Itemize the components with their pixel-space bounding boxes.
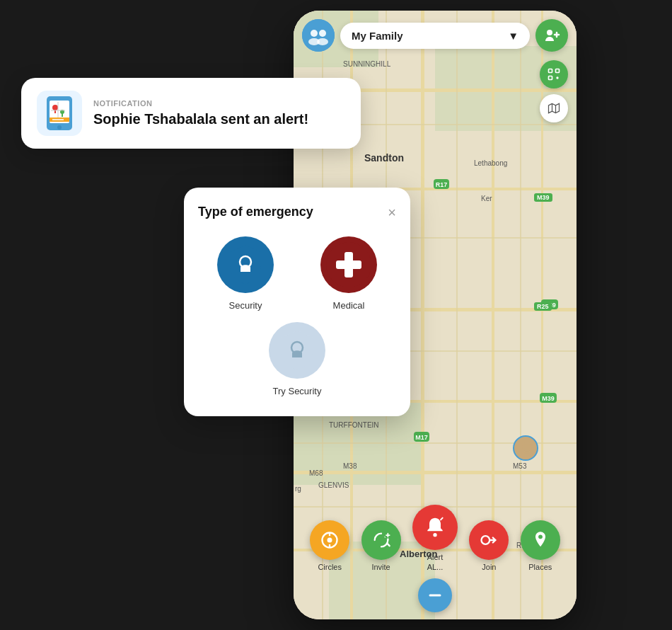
action-buttons-row: Circles Invite bbox=[301, 505, 569, 571]
invite-label: Invite bbox=[371, 563, 390, 571]
svg-rect-48 bbox=[549, 76, 552, 80]
action-alert[interactable]: Alert AL... bbox=[412, 505, 458, 571]
action-circles[interactable]: Circles bbox=[310, 520, 349, 571]
map-view-button[interactable] bbox=[540, 94, 568, 122]
svg-rect-47 bbox=[556, 69, 560, 73]
svg-point-53 bbox=[328, 538, 332, 543]
svg-point-36 bbox=[522, 442, 532, 452]
svg-point-64 bbox=[482, 536, 490, 544]
svg-point-62 bbox=[433, 533, 436, 537]
bottom-action-bar: Circles Invite bbox=[294, 505, 577, 612]
emergency-dialog: Type of emergency × Security bbox=[184, 188, 410, 416]
try-security-icon-circle[interactable] bbox=[269, 322, 325, 379]
collapse-button[interactable] bbox=[418, 578, 452, 612]
join-button[interactable] bbox=[469, 520, 509, 560]
svg-point-40 bbox=[319, 30, 326, 37]
svg-rect-9 bbox=[294, 471, 577, 474]
emergency-security-item[interactable]: Security bbox=[198, 236, 293, 311]
notification-content: NOTIFICATION Sophie Tshabalala sent an a… bbox=[93, 99, 345, 127]
notification-app-icon bbox=[37, 91, 82, 136]
notification-card: NOTIFICATION Sophie Tshabalala sent an a… bbox=[21, 78, 361, 149]
emergency-medical-item[interactable]: Medical bbox=[301, 236, 396, 311]
dialog-title: Type of emergency bbox=[198, 205, 313, 219]
svg-point-42 bbox=[317, 38, 328, 45]
notification-text: Sophie Tshabalala sent an alert! bbox=[93, 110, 345, 127]
add-member-button[interactable] bbox=[535, 19, 568, 52]
map-avatar-3 bbox=[513, 435, 538, 461]
scan-button[interactable] bbox=[540, 60, 568, 88]
svg-rect-46 bbox=[549, 69, 552, 73]
svg-point-43 bbox=[547, 30, 552, 35]
notification-label: NOTIFICATION bbox=[93, 99, 345, 108]
invite-button[interactable] bbox=[361, 520, 401, 560]
svg-rect-80 bbox=[336, 260, 361, 269]
svg-point-38 bbox=[302, 19, 335, 52]
security-icon-circle[interactable] bbox=[217, 236, 274, 293]
right-side-buttons bbox=[540, 60, 568, 122]
action-join[interactable]: Join bbox=[469, 520, 509, 571]
svg-point-76 bbox=[57, 125, 62, 130]
svg-text:M17: M17 bbox=[415, 434, 428, 441]
try-security-row: Try Security bbox=[198, 322, 396, 396]
places-button[interactable] bbox=[521, 520, 560, 560]
family-selector-dropdown[interactable]: My Family ▼ bbox=[340, 23, 530, 49]
svg-point-49 bbox=[556, 76, 558, 79]
svg-point-66 bbox=[538, 534, 543, 539]
medical-icon-circle[interactable] bbox=[320, 236, 377, 293]
try-security-label: Try Security bbox=[273, 386, 322, 396]
svg-text:M39: M39 bbox=[543, 302, 556, 309]
action-places[interactable]: Places bbox=[521, 520, 560, 571]
alert-button[interactable] bbox=[412, 505, 458, 550]
emergency-options-grid: Security Medical bbox=[198, 236, 396, 311]
svg-line-63 bbox=[441, 518, 443, 520]
svg-point-39 bbox=[311, 30, 318, 37]
medical-label: Medical bbox=[333, 300, 365, 311]
alert-label: Alert bbox=[427, 553, 444, 561]
dropdown-arrow-icon: ▼ bbox=[508, 30, 519, 42]
alert-sublabel: AL... bbox=[427, 563, 444, 571]
family-avatar[interactable] bbox=[302, 19, 335, 52]
svg-line-57 bbox=[387, 544, 390, 546]
circles-label: Circles bbox=[318, 563, 342, 571]
action-invite[interactable]: Invite bbox=[361, 520, 401, 571]
family-name: My Family bbox=[352, 30, 403, 42]
svg-text:R17: R17 bbox=[436, 181, 448, 188]
places-label: Places bbox=[528, 563, 552, 571]
security-label: Security bbox=[229, 300, 262, 311]
join-label: Join bbox=[482, 563, 496, 571]
top-bar: My Family ▼ bbox=[302, 19, 568, 52]
emergency-try-security-item[interactable]: Try Security bbox=[269, 322, 325, 396]
svg-text:M39: M39 bbox=[542, 395, 555, 402]
circles-button[interactable] bbox=[310, 520, 349, 560]
dialog-header: Type of emergency × bbox=[198, 205, 396, 219]
dialog-close-button[interactable]: × bbox=[388, 205, 396, 219]
